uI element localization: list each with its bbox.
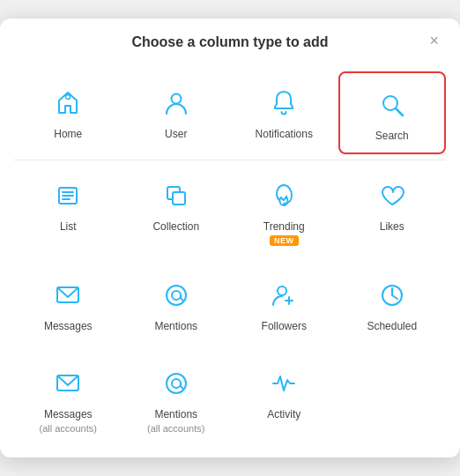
svg-point-1 [171,94,181,104]
row-4: Messages (all accounts) Mentions (all ac… [0,348,460,457]
col-list[interactable]: List [14,164,122,256]
close-button[interactable]: × [424,31,444,50]
col-search-label: Search [375,130,409,144]
col-mentions-all-label: Mentions [154,408,197,422]
svg-point-13 [278,286,286,295]
user-icon [157,84,196,123]
messages-all-icon [48,364,87,403]
followers-icon [264,276,303,315]
col-collection[interactable]: Collection [122,164,231,256]
row-2: List Collection Trending NEW [0,160,460,261]
col-scheduled-label: Scheduled [367,320,417,334]
mentions-icon [157,276,196,315]
col-home-label: Home [54,128,82,142]
empty-cell [338,352,447,443]
col-mentions-all[interactable]: Mentions (all accounts) [122,352,231,443]
col-list-label: List [60,220,77,234]
notifications-icon [264,84,303,123]
scheduled-icon [373,276,412,315]
col-home[interactable]: Home [14,71,122,154]
col-scheduled[interactable]: Scheduled [338,264,447,343]
likes-icon [373,176,412,215]
dialog-title: Choose a column type to add [131,34,328,50]
col-user[interactable]: User [122,71,231,154]
search-icon [373,86,412,124]
list-icon [48,176,87,215]
col-search[interactable]: Search [338,71,447,154]
col-notifications-label: Notifications [256,128,313,142]
col-mentions-label: Mentions [154,320,197,334]
svg-rect-9 [173,192,185,205]
svg-point-2 [383,96,397,110]
col-collection-label: Collection [152,220,199,234]
svg-point-11 [172,291,181,300]
row-3: Messages Mentions [0,260,460,348]
row-1: Home User Notifications [0,63,460,160]
col-messages[interactable]: Messages [14,264,122,343]
col-activity-label: Activity [267,408,300,422]
col-user-label: User [165,128,187,142]
col-messages-label: Messages [44,320,93,334]
svg-point-19 [167,374,186,393]
col-likes[interactable]: Likes [338,164,447,256]
home-icon [48,84,87,123]
activity-icon [264,364,303,403]
svg-line-3 [396,109,403,116]
new-badge: NEW [270,235,299,246]
messages-icon [48,276,87,315]
col-trending-label: Trending [263,220,305,234]
svg-point-18 [172,379,181,388]
mentions-all-icon [157,364,196,403]
col-trending[interactable]: Trending NEW [230,164,338,256]
col-likes-label: Likes [380,220,404,234]
collection-icon [157,176,196,215]
trending-icon [264,176,303,215]
col-mentions-all-sublabel: (all accounts) [147,422,204,435]
col-notifications[interactable]: Notifications [230,71,338,154]
col-mentions[interactable]: Mentions [122,264,231,343]
svg-point-12 [167,286,186,305]
col-messages-all-sublabel: (all accounts) [40,422,97,435]
col-followers-label: Followers [262,320,307,334]
dialog-header: Choose a column type to add × [0,19,460,63]
col-activity[interactable]: Activity [230,352,338,443]
svg-point-0 [66,95,70,100]
column-type-dialog: Choose a column type to add × Home User [0,19,460,457]
col-messages-all-label: Messages [44,408,93,422]
col-messages-all[interactable]: Messages (all accounts) [14,352,122,443]
col-followers[interactable]: Followers [230,264,338,343]
